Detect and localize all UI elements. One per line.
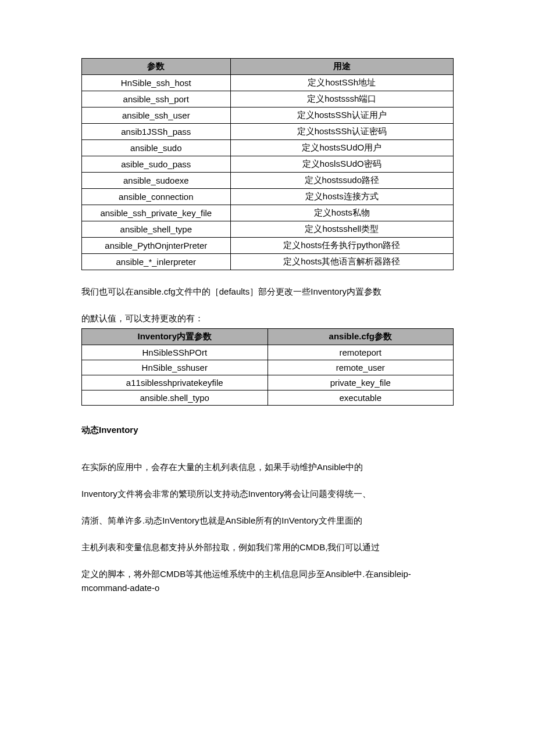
table-cell: ansible_sudo bbox=[82, 140, 231, 156]
table1-header-param: 参数 bbox=[82, 59, 231, 75]
table-row: ansible_sudo定义hostsSUdO用户 bbox=[82, 140, 454, 156]
table-cell: ansib1JSSh_pass bbox=[82, 124, 231, 140]
table-cell: asible_sudo_pass bbox=[82, 156, 231, 173]
table-cell: ansible.shell_typo bbox=[82, 390, 268, 406]
parameters-table: 参数 用途 HnSible_ssh_host定义hostSSh地址ansible… bbox=[81, 58, 454, 270]
table-row: ansible_*_inlerpreter定义hosts其他语言解析器路径 bbox=[82, 254, 454, 270]
table-row: HnSible_sshuserremote_user bbox=[82, 360, 454, 375]
table-cell: 定义hostsSSh认证用户 bbox=[230, 108, 453, 124]
table-cell: a11siblesshprivatekeyfile bbox=[82, 375, 268, 390]
table2-body: HnSibleSShPOrtremoteportHnSible_sshuserr… bbox=[82, 345, 454, 406]
dynamic-inventory-heading: 动态Inventory bbox=[81, 423, 454, 437]
table-cell: ansible_shell_type bbox=[82, 221, 231, 238]
table-row: ansible_PythOnjnterPreter定义hosts任务执行pyth… bbox=[82, 238, 454, 254]
table-cell: 定义hostsssh端口 bbox=[230, 91, 453, 108]
table-cell: 定义hosts其他语言解析器路径 bbox=[230, 254, 453, 270]
table-row: ansible_ssh_user定义hostsSSh认证用户 bbox=[82, 108, 454, 124]
table-cell: 定义hosts连接方式 bbox=[230, 189, 453, 205]
paragraph-body-2: Inventory文件将会非常的繁琐所以支持动态Inventory将会让问题变得… bbox=[81, 487, 454, 501]
table-row: ansible_ssh_private_key_file定义hosts私物 bbox=[82, 205, 454, 221]
table2-header-cfg: ansible.cfg参数 bbox=[268, 329, 454, 345]
table-cell: executable bbox=[268, 390, 454, 406]
table-cell: ansible_ssh_port bbox=[82, 91, 231, 108]
table1-header-usage: 用途 bbox=[230, 59, 453, 75]
table-cell: private_key_file bbox=[268, 375, 454, 390]
paragraph-intro-2: 的默认值，可以支持更改的有： bbox=[81, 311, 454, 325]
paragraph-body-1: 在实际的应用中，会存在大量的主机列表信息，如果手动维护Ansible中的 bbox=[81, 460, 454, 474]
table-cell: HnSible_sshuser bbox=[82, 360, 268, 375]
table-cell: HnSibleSShPOrt bbox=[82, 345, 268, 360]
table-cell: 定义hoslsSUdO密码 bbox=[230, 156, 453, 173]
table-cell: HnSible_ssh_host bbox=[82, 75, 231, 91]
table-row: asible_sudo_pass定义hoslsSUdO密码 bbox=[82, 156, 454, 173]
paragraph-body-3: 清浙、简单许多.动态InVentory也就是AnSible所有的InVentor… bbox=[81, 514, 454, 528]
table-row: ansib1JSSh_pass定义hostsSSh认证密码 bbox=[82, 124, 454, 140]
table-cell: 定义hostsSUdO用户 bbox=[230, 140, 453, 156]
table-cell: remote_user bbox=[268, 360, 454, 375]
table-cell: 定义hostsSSh认证密码 bbox=[230, 124, 453, 140]
table-cell: 定义hosts私物 bbox=[230, 205, 453, 221]
table-cell: ansible_*_inlerpreter bbox=[82, 254, 231, 270]
defaults-mapping-table: Inventory内置参数 ansible.cfg参数 HnSibleSShPO… bbox=[81, 328, 454, 406]
table-row: ansible_ssh_port定义hostsssh端口 bbox=[82, 91, 454, 108]
table-cell: ansible_ssh_user bbox=[82, 108, 231, 124]
table2-header-inventory: Inventory内置参数 bbox=[82, 329, 268, 345]
paragraph-body-4: 主机列表和变量信息都支持从外部拉取，例如我们常用的CMDB,我们可以通过 bbox=[81, 540, 454, 554]
table-row: HnSibleSShPOrtremoteport bbox=[82, 345, 454, 360]
table-row: ansible_shell_type定义hostsshell类型 bbox=[82, 221, 454, 238]
table-cell: ansible_ssh_private_key_file bbox=[82, 205, 231, 221]
table-cell: ansible_sudoexe bbox=[82, 173, 231, 189]
table-row: ansible_sudoexe定义hostssudo路径 bbox=[82, 173, 454, 189]
table-cell: 定义hostssudo路径 bbox=[230, 173, 453, 189]
table-cell: 定义hostSSh地址 bbox=[230, 75, 453, 91]
table1-body: HnSible_ssh_host定义hostSSh地址ansible_ssh_p… bbox=[82, 75, 454, 270]
table-row: HnSible_ssh_host定义hostSSh地址 bbox=[82, 75, 454, 91]
table-row: ansible_connection定义hosts连接方式 bbox=[82, 189, 454, 205]
paragraph-body-5: 定义的脚本，将外部CMDB等其他运维系统中的主机信息同步至Ansible中.在a… bbox=[81, 567, 454, 595]
table-row: ansible.shell_typoexecutable bbox=[82, 390, 454, 406]
table-cell: ansible_PythOnjnterPreter bbox=[82, 238, 231, 254]
paragraph-intro-1: 我们也可以在ansible.cfg文件中的［defaults］部分更改一些Inv… bbox=[81, 285, 454, 299]
table-cell: remoteport bbox=[268, 345, 454, 360]
table-cell: 定义hosts任务执行python路径 bbox=[230, 238, 453, 254]
table-row: a11siblesshprivatekeyfileprivate_key_fil… bbox=[82, 375, 454, 390]
table-cell: ansible_connection bbox=[82, 189, 231, 205]
table-cell: 定义hostsshell类型 bbox=[230, 221, 453, 238]
